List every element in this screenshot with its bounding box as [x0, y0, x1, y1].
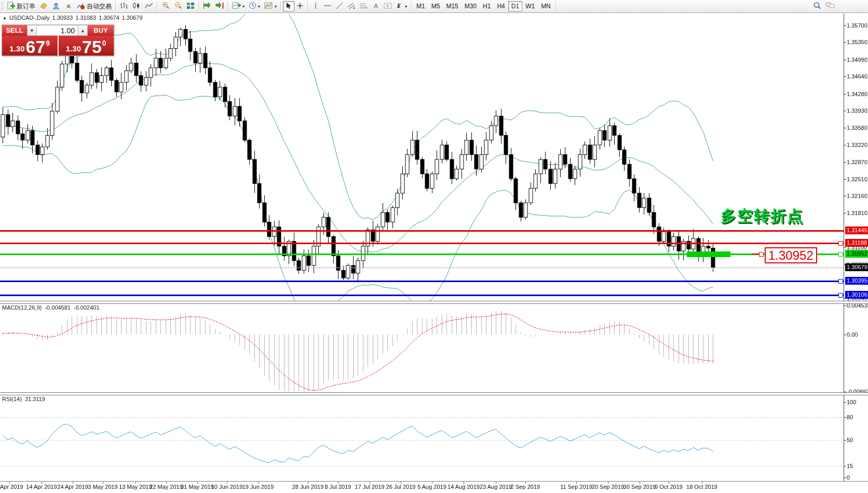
close-value: 1.30679	[122, 15, 143, 21]
pane-separator[interactable]	[0, 392, 868, 395]
zoom-out-button[interactable]	[172, 1, 184, 11]
horizontal-line-1.30106[interactable]	[0, 295, 844, 296]
chart-shift-button[interactable]	[213, 1, 226, 11]
price-tick: 1.34990	[847, 56, 867, 63]
text-label-tool[interactable]: T	[382, 1, 394, 11]
date-tick: 23 Aug 2019	[480, 484, 512, 490]
auto-scroll-button[interactable]	[201, 1, 213, 11]
timeframe-button-m30[interactable]: M30	[462, 1, 480, 11]
timeframe-button-d1[interactable]: D1	[508, 1, 522, 11]
periods-button[interactable]: ▾	[247, 1, 262, 11]
sell-price-small: 1.30	[9, 44, 24, 53]
chart-shift-icon	[215, 2, 224, 11]
chart-annotation-text[interactable]: 多空转折点	[721, 206, 804, 227]
bar-chart-icon	[120, 2, 128, 11]
line-end-marker[interactable]	[838, 293, 843, 298]
horizontal-line-1.30395[interactable]	[0, 281, 844, 282]
timeframe-button-h1[interactable]: H1	[480, 1, 494, 11]
callout-anchor-marker[interactable]	[759, 252, 764, 257]
price-tick: 1.31810	[847, 209, 867, 217]
sell-price-display[interactable]: 1.30 67 9	[2, 36, 58, 56]
date-tick: 8 Jul 2019	[325, 484, 351, 490]
publish-button[interactable]	[37, 1, 50, 11]
tile-windows-button[interactable]	[184, 1, 197, 11]
template-icon	[264, 2, 273, 11]
indicators-button[interactable]: ▾	[230, 1, 247, 11]
buy-price-big: 75	[82, 39, 102, 55]
channel-tool[interactable]: E	[345, 1, 358, 11]
collapse-icon[interactable]: ▲	[3, 16, 7, 20]
timeframe-button-m15[interactable]: M15	[443, 1, 461, 11]
horizontal-line-1.31445[interactable]	[0, 230, 844, 232]
trendline-tool[interactable]	[334, 1, 345, 11]
templates-button[interactable]: ▾	[262, 1, 279, 11]
fibonacci-tool[interactable]: F	[358, 1, 370, 11]
price-tick: 1.33580	[847, 124, 867, 131]
line-end-marker[interactable]	[838, 279, 843, 284]
dropdown-arrow-icon: ▾	[258, 4, 260, 9]
signals-button[interactable]	[62, 1, 75, 11]
price-tick: 1.35350	[847, 38, 867, 46]
buy-price-display[interactable]: 1.30 75 0	[59, 36, 114, 56]
pane-separator[interactable]	[0, 301, 868, 304]
price-tick: 1.33930	[847, 107, 867, 114]
line-price-label: 1.31445	[845, 226, 868, 234]
zoom-in-button[interactable]	[159, 1, 172, 11]
macd-signal-value: -0.002401	[74, 304, 100, 311]
bar-chart-button[interactable]	[118, 1, 130, 11]
price-tick: 1.34640	[847, 73, 867, 80]
line-price-label: 1.30395	[845, 277, 868, 285]
volume-input[interactable]: 1.00	[37, 25, 78, 36]
date-tick: 11 Sep 2019	[560, 484, 592, 490]
date-tick: 17 Jul 2019	[355, 484, 385, 490]
chat-button[interactable]	[823, 1, 837, 11]
date-tick: 20 Sep 2019	[592, 484, 624, 490]
svg-text:F: F	[365, 6, 368, 9]
autotrading-button[interactable]: 自动交易	[75, 1, 114, 11]
community-button[interactable]	[50, 1, 62, 11]
timeframe-button-m1[interactable]: M1	[413, 1, 428, 11]
mt4-window: 新订单 自动交易	[0, 0, 868, 493]
macd-pane-label: MACD(12,26,9) -0.004581 -0.002401	[2, 304, 100, 311]
line-chart-button[interactable]	[143, 1, 155, 11]
new-order-button[interactable]: 新订单	[5, 1, 37, 11]
horizontal-line-tool[interactable]	[321, 1, 334, 11]
one-click-trading-panel: SELL ▼ 1.00 ▲ BUY 1.30 67 9 1.30 75 0	[2, 24, 114, 56]
volume-increase-button[interactable]: ▲	[78, 25, 88, 36]
chart-canvas[interactable]	[0, 0, 868, 493]
toolbar-separator	[411, 2, 412, 11]
arrow-shape-icon	[396, 2, 403, 11]
price-callout-box[interactable]: 1.30952	[765, 247, 817, 263]
timeframe-button-m5[interactable]: M5	[428, 1, 443, 11]
crosshair-tool-button[interactable]	[294, 1, 306, 11]
line-price-label: 1.30952	[845, 250, 868, 258]
highlight-segment[interactable]	[687, 251, 730, 257]
line-end-marker[interactable]	[838, 252, 843, 257]
timeframe-group: M1M5M15M30H1H4D1W1MN	[413, 1, 554, 11]
date-tick: 28 Jun 2019	[292, 484, 324, 490]
rsi-tick: 80	[847, 414, 853, 421]
search-button[interactable]	[811, 1, 823, 11]
text-tool[interactable]: A	[370, 1, 382, 11]
macd-tick: 0.00	[847, 331, 858, 338]
volume-decrease-button[interactable]: ▼	[27, 25, 37, 36]
price-tick: 1.35700	[847, 22, 867, 29]
vertical-line-tool[interactable]	[310, 1, 321, 11]
bid-price-label: 1.30679	[845, 263, 868, 271]
sell-button[interactable]: SELL	[2, 25, 27, 36]
timeframe-button-h4[interactable]: H4	[494, 1, 508, 11]
candlestick-icon	[132, 2, 141, 11]
timeframe-button-mn[interactable]: MN	[538, 1, 554, 11]
line-end-marker[interactable]	[838, 241, 843, 246]
horizontal-line-1.31188[interactable]	[0, 243, 844, 244]
buy-price-small: 1.30	[66, 44, 81, 53]
buy-button[interactable]: BUY	[88, 25, 114, 36]
toolbar-drag-handle[interactable]	[1, 2, 4, 11]
arrows-tool[interactable]: ▾	[394, 1, 409, 11]
candlestick-button[interactable]	[130, 1, 143, 11]
date-tick: 24 Apr 2019	[57, 484, 88, 490]
tile-windows-icon	[186, 2, 195, 11]
cursor-tool-button[interactable]	[283, 1, 294, 11]
timeframe-button-w1[interactable]: W1	[522, 1, 538, 11]
rsi-name: RSI(14)	[2, 396, 22, 402]
